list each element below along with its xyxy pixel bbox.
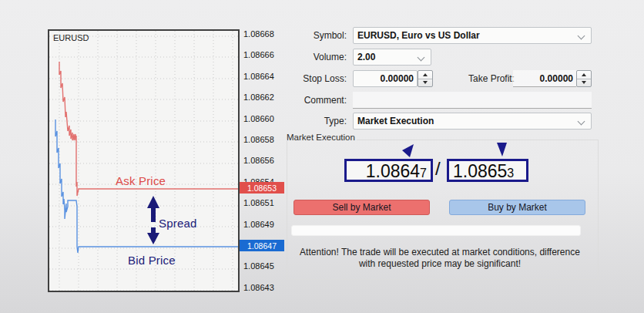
attention-text: Attention! The trade will be executed at… (296, 247, 584, 270)
y-axis-label: 1.08668 (243, 29, 285, 39)
comment-label: Comment: (285, 92, 347, 109)
ask-price-annotation: Ask Price (116, 174, 166, 187)
stop-loss-input[interactable] (353, 70, 418, 87)
y-axis-label: 1.08666 (243, 50, 285, 59)
take-profit-input[interactable] (513, 70, 576, 87)
spread-annotation: Spread (159, 217, 197, 230)
type-select[interactable]: Market Execution (353, 113, 592, 130)
ask-price-display: 1.08653 (447, 159, 528, 182)
execution-progress-bar (291, 225, 581, 236)
y-axis-label: 1.08664 (243, 72, 285, 81)
y-axis-label: 1.08660 (243, 114, 285, 123)
bid-pointer-icon (397, 141, 420, 160)
step-up-icon[interactable] (418, 71, 432, 79)
symbol-value: EURUSD, Euro vs US Dollar (357, 30, 480, 41)
chart-series (55, 62, 238, 253)
type-value: Market Execution (357, 116, 434, 126)
ask-price-main: 1.0865 (453, 161, 507, 181)
step-down-icon[interactable] (577, 79, 591, 87)
stop-loss-label: Stop Loss: (285, 70, 347, 87)
order-window: EURUSD Ask Price Spread Bid Price 1.0866… (0, 0, 644, 313)
step-up-icon[interactable] (577, 71, 591, 79)
bid-price-tag: 1.08647 (240, 240, 284, 251)
bid-price-display: 1.08647 (344, 159, 433, 182)
chevron-down-icon (418, 54, 425, 62)
bid-price-main: 1.0864 (366, 161, 420, 181)
y-axis-label: 1.08658 (243, 135, 285, 144)
ask-price-pip: 3 (507, 167, 514, 180)
symbol-label: Symbol: (285, 27, 347, 44)
buy-by-market-button[interactable]: Buy by Market (449, 200, 585, 215)
bid-price-pip: 7 (420, 167, 427, 180)
sell-by-market-button[interactable]: Sell by Market (293, 200, 430, 215)
y-axis-label: 1.08656 (243, 156, 285, 165)
price-axis: 1.086681.086661.086641.086621.086601.086… (243, 29, 285, 292)
spread-arrow (147, 196, 159, 244)
ask-pointer-icon (493, 141, 512, 160)
price-chart: EURUSD (48, 29, 240, 292)
symbol-select[interactable]: EURUSD, Euro vs US Dollar (353, 27, 592, 44)
ask-price-tag: 1.08653 (240, 182, 284, 194)
chevron-down-icon (578, 32, 585, 40)
y-axis-label: 1.08645 (243, 261, 285, 271)
chevron-down-icon (578, 118, 585, 126)
volume-value: 2.00 (357, 52, 375, 62)
volume-label: Volume: (285, 49, 347, 66)
step-down-icon[interactable] (418, 79, 432, 87)
bid-price-annotation: Bid Price (128, 254, 176, 267)
comment-input[interactable] (353, 92, 592, 109)
take-profit-stepper[interactable] (576, 70, 592, 87)
price-separator: / (435, 158, 441, 180)
chart-symbol-label: EURUSD (53, 33, 89, 42)
stop-loss-stepper[interactable] (418, 70, 433, 87)
y-axis-label: 1.08651 (243, 198, 285, 207)
chart-plot-svg (49, 31, 238, 291)
type-label: Type: (285, 113, 347, 130)
y-axis-label: 1.08649 (243, 220, 285, 229)
volume-select[interactable]: 2.00 (353, 49, 431, 66)
take-profit-label: Take Profit: (453, 70, 515, 87)
y-axis-label: 1.08643 (243, 283, 285, 292)
y-axis-label: 1.08662 (243, 93, 285, 102)
